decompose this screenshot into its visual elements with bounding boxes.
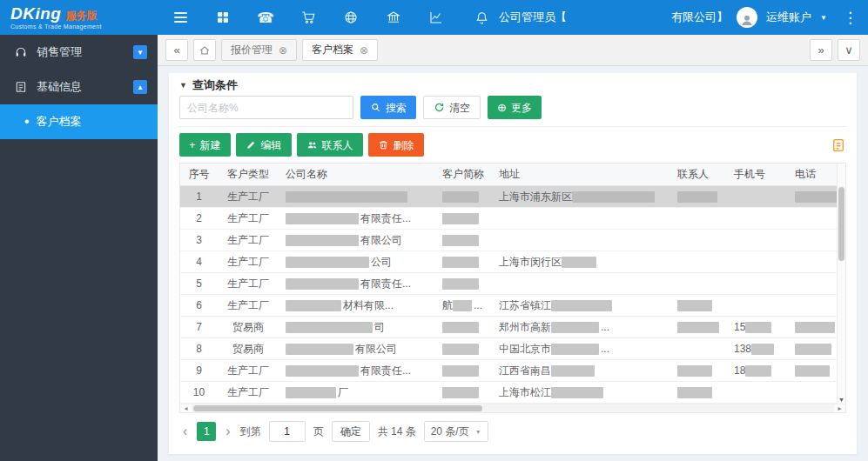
tab-customer-archive[interactable]: 客户档案 ⊗ [302, 39, 378, 61]
column-header: 客户类型 [218, 164, 279, 185]
tab-quote-management[interactable]: 报价管理 ⊗ [221, 39, 297, 61]
next-page-button[interactable]: › [224, 424, 232, 438]
table-cell [727, 208, 788, 229]
table-row[interactable]: 8贸易商有限公司中国北京市...138 [180, 338, 845, 360]
horizontal-scrollbar[interactable]: ◂ ▸ [179, 404, 846, 413]
more-menu-icon[interactable]: ⋮ [843, 9, 858, 27]
table-row[interactable]: 10生产工厂厂上海市松江 [180, 382, 845, 404]
more-button[interactable]: ⊕ 更多 [488, 96, 542, 119]
table-cell [670, 317, 727, 337]
table-cell: 生产工厂 [218, 251, 279, 272]
page-size-select[interactable]: 20 条/页 ▼ [424, 421, 488, 442]
cart-icon[interactable] [299, 9, 317, 26]
redacted-text [795, 365, 830, 377]
redacted-text [286, 387, 336, 398]
redacted-text [442, 387, 479, 398]
avatar[interactable] [737, 7, 757, 28]
close-icon[interactable]: ⊗ [360, 45, 368, 56]
company-name-input[interactable] [179, 96, 353, 119]
sidebar-item-customer-archive[interactable]: • 客户档案 [0, 104, 158, 139]
query-title: 查询条件 [192, 77, 238, 93]
column-header: 客户简称 [435, 164, 492, 185]
table-cell: 有限公司 [279, 338, 435, 359]
tabs-scroll-right-button[interactable]: » [810, 39, 832, 61]
search-icon [370, 102, 381, 113]
table-cell [670, 273, 727, 294]
table-cell: 4 [180, 251, 218, 272]
edit-button[interactable]: 编辑 [236, 133, 292, 157]
sidebar-subitem-label: 客户档案 [37, 114, 82, 130]
table-cell: 有限责任... [279, 208, 435, 229]
scrollbar-thumb[interactable] [838, 187, 844, 261]
table-cell [727, 186, 788, 207]
page-1-button[interactable]: 1 [197, 422, 216, 441]
column-header: 序号 [180, 164, 218, 185]
table-cell: 9 [180, 360, 218, 381]
clear-button[interactable]: 清空 [423, 96, 481, 119]
table-cell: 8 [180, 338, 218, 359]
tabs-scroll-left-button[interactable]: « [165, 39, 188, 61]
delete-button[interactable]: 删除 [368, 133, 424, 157]
admin-label-prefix: 公司管理员【 [499, 10, 567, 25]
vertical-scrollbar[interactable]: ▼ [837, 164, 845, 404]
bell-icon[interactable] [473, 9, 490, 26]
new-button[interactable]: + 新建 [179, 133, 231, 157]
redacted-text [286, 257, 369, 268]
phone-icon[interactable]: ☎ [257, 9, 274, 26]
logo[interactable]: DKing 服务版 Customs & Trade Management [0, 5, 158, 30]
sidebar-item-sales[interactable]: 销售管理 ▼ [0, 35, 158, 70]
contacts-button[interactable]: 联系人 [297, 133, 363, 157]
collapse-menu-icon[interactable] [172, 9, 189, 26]
table-cell: 6 [180, 295, 218, 316]
table-row[interactable]: 3生产工厂有限公司 [180, 230, 845, 251]
scroll-left-icon[interactable]: ◂ [180, 404, 192, 412]
table-cell: 10 [180, 382, 218, 403]
table-row[interactable]: 6生产工厂材料有限...航...江苏省镇江 [180, 295, 845, 317]
globe-icon[interactable] [342, 9, 360, 26]
scrollbar-track[interactable] [192, 404, 834, 412]
tabs-list-button[interactable]: ∨ [838, 39, 860, 61]
table-cell: 5 [180, 273, 218, 294]
table-cell: 生产工厂 [218, 360, 279, 381]
table-row[interactable]: 2生产工厂有限责任... [180, 208, 845, 230]
sidebar-item-basic-info[interactable]: 基础信息 ▲ [0, 70, 158, 104]
table-cell [670, 230, 727, 251]
table-cell [435, 338, 492, 359]
confirm-button[interactable]: 确定 [332, 421, 370, 442]
table-cell: 18 [727, 360, 788, 381]
feedback-icon[interactable] [831, 137, 846, 153]
table-cell: 生产工厂 [218, 295, 279, 316]
scroll-down-icon[interactable]: ▼ [838, 397, 845, 403]
search-button[interactable]: 搜索 [360, 96, 416, 119]
chevron-up-icon: ▲ [133, 80, 147, 94]
redacted-text [572, 191, 655, 203]
table-cell [670, 338, 727, 359]
table-row[interactable]: 1生产工厂上海市浦东新区 [180, 186, 845, 208]
scroll-right-icon[interactable]: ▸ [834, 404, 845, 412]
table-row[interactable]: 9生产工厂有限责任...江西省南昌18 [180, 360, 845, 382]
table-row[interactable]: 5生产工厂有限责任... [180, 273, 845, 295]
table-cell [670, 208, 727, 229]
home-icon [198, 44, 211, 57]
apps-grid-icon[interactable] [214, 9, 232, 26]
edition-badge: 服务版 [65, 10, 97, 21]
table-header: 序号 客户类型 公司名称 客户简称 地址 联系人 手机号 电话 [180, 164, 845, 186]
table-row[interactable]: 7贸易商司郑州市高新...15 [180, 317, 845, 338]
query-section-header[interactable]: ▼ 查询条件 [179, 75, 846, 96]
chart-icon[interactable] [427, 9, 445, 26]
table-cell: 江西省南昌 [492, 360, 670, 381]
scrollbar-thumb[interactable] [193, 405, 482, 411]
page-size-value: 20 条/页 [431, 424, 469, 439]
redacted-text [551, 322, 599, 333]
building-icon[interactable] [385, 9, 402, 26]
close-icon[interactable]: ⊗ [279, 45, 287, 56]
prev-page-button[interactable]: ‹ [181, 424, 189, 438]
table-row[interactable]: 4生产工厂公司上海市闵行区 [180, 251, 845, 273]
redacted-text [551, 300, 612, 311]
goto-page-input[interactable] [269, 421, 306, 442]
account-menu[interactable]: 运维账户 [766, 10, 811, 25]
table-cell [435, 186, 492, 207]
logo-text: DKing [10, 5, 61, 22]
table-cell [670, 295, 727, 316]
home-tab-button[interactable] [193, 39, 216, 61]
